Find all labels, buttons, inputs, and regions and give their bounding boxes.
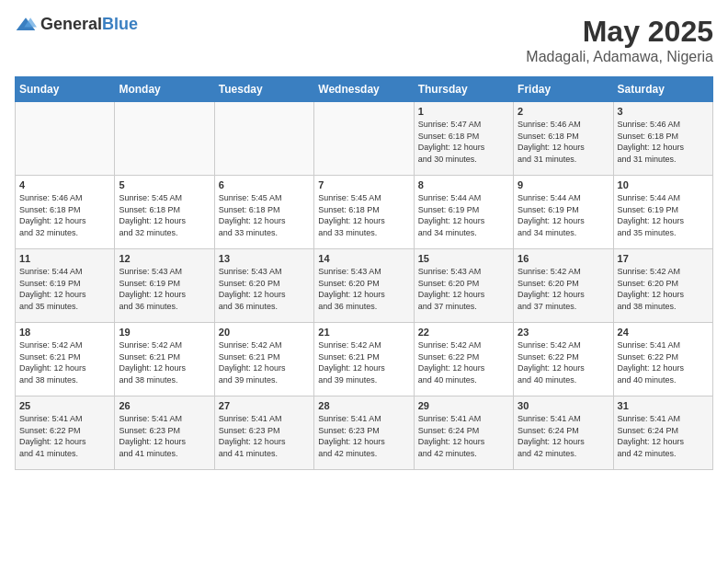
calendar-cell: 7Sunrise: 5:45 AM Sunset: 6:18 PM Daylig… bbox=[314, 176, 414, 249]
calendar-week-3: 11Sunrise: 5:44 AM Sunset: 6:19 PM Dayli… bbox=[16, 249, 713, 323]
day-number: 16 bbox=[518, 253, 609, 264]
day-number: 21 bbox=[318, 327, 409, 338]
day-number: 15 bbox=[418, 253, 509, 264]
calendar-cell: 3Sunrise: 5:46 AM Sunset: 6:18 PM Daylig… bbox=[613, 102, 712, 176]
calendar-cell bbox=[314, 102, 414, 176]
logo: GeneralBlue bbox=[15, 15, 138, 34]
header-wednesday: Wednesday bbox=[314, 77, 414, 102]
logo-blue: Blue bbox=[102, 15, 138, 33]
day-number: 19 bbox=[119, 327, 210, 338]
calendar-cell: 13Sunrise: 5:43 AM Sunset: 6:20 PM Dayli… bbox=[214, 249, 313, 323]
calendar-cell: 25Sunrise: 5:41 AM Sunset: 6:22 PM Dayli… bbox=[16, 396, 115, 470]
day-info: Sunrise: 5:41 AM Sunset: 6:23 PM Dayligh… bbox=[219, 413, 310, 459]
calendar-cell: 12Sunrise: 5:43 AM Sunset: 6:19 PM Dayli… bbox=[115, 249, 214, 323]
day-number: 11 bbox=[19, 253, 110, 264]
calendar-cell: 24Sunrise: 5:41 AM Sunset: 6:22 PM Dayli… bbox=[613, 323, 712, 396]
day-info: Sunrise: 5:46 AM Sunset: 6:18 PM Dayligh… bbox=[618, 119, 709, 165]
calendar-cell: 18Sunrise: 5:42 AM Sunset: 6:21 PM Dayli… bbox=[16, 323, 115, 396]
day-number: 23 bbox=[518, 327, 609, 338]
calendar-cell bbox=[16, 102, 115, 176]
day-info: Sunrise: 5:41 AM Sunset: 6:22 PM Dayligh… bbox=[19, 413, 110, 459]
day-info: Sunrise: 5:44 AM Sunset: 6:19 PM Dayligh… bbox=[618, 192, 709, 238]
day-info: Sunrise: 5:42 AM Sunset: 6:21 PM Dayligh… bbox=[219, 339, 310, 385]
day-number: 17 bbox=[618, 253, 709, 264]
header-sunday: Sunday bbox=[16, 77, 115, 102]
day-number: 6 bbox=[219, 179, 310, 190]
day-number: 1 bbox=[418, 106, 509, 117]
day-info: Sunrise: 5:41 AM Sunset: 6:23 PM Dayligh… bbox=[119, 413, 210, 459]
day-number: 14 bbox=[318, 253, 409, 264]
day-number: 27 bbox=[219, 400, 310, 411]
day-info: Sunrise: 5:41 AM Sunset: 6:24 PM Dayligh… bbox=[618, 413, 709, 459]
calendar-week-5: 25Sunrise: 5:41 AM Sunset: 6:22 PM Dayli… bbox=[16, 396, 713, 470]
day-info: Sunrise: 5:42 AM Sunset: 6:20 PM Dayligh… bbox=[618, 266, 709, 312]
calendar-cell: 10Sunrise: 5:44 AM Sunset: 6:19 PM Dayli… bbox=[613, 176, 712, 249]
day-number: 29 bbox=[418, 400, 509, 411]
day-info: Sunrise: 5:47 AM Sunset: 6:18 PM Dayligh… bbox=[418, 119, 509, 165]
calendar-cell: 1Sunrise: 5:47 AM Sunset: 6:18 PM Daylig… bbox=[414, 102, 513, 176]
calendar-cell: 28Sunrise: 5:41 AM Sunset: 6:23 PM Dayli… bbox=[314, 396, 414, 470]
calendar-cell: 16Sunrise: 5:42 AM Sunset: 6:20 PM Dayli… bbox=[514, 249, 613, 323]
calendar-cell: 23Sunrise: 5:42 AM Sunset: 6:22 PM Dayli… bbox=[514, 323, 613, 396]
calendar-cell: 31Sunrise: 5:41 AM Sunset: 6:24 PM Dayli… bbox=[613, 396, 712, 470]
calendar-cell: 26Sunrise: 5:41 AM Sunset: 6:23 PM Dayli… bbox=[115, 396, 214, 470]
day-number: 7 bbox=[318, 179, 409, 190]
calendar-cell: 29Sunrise: 5:41 AM Sunset: 6:24 PM Dayli… bbox=[414, 396, 513, 470]
day-info: Sunrise: 5:45 AM Sunset: 6:18 PM Dayligh… bbox=[318, 192, 409, 238]
title-area: May 2025 Madagali, Adamawa, Nigeria bbox=[526, 15, 713, 65]
day-info: Sunrise: 5:41 AM Sunset: 6:24 PM Dayligh… bbox=[518, 413, 609, 459]
calendar-cell: 22Sunrise: 5:42 AM Sunset: 6:22 PM Dayli… bbox=[414, 323, 513, 396]
day-info: Sunrise: 5:46 AM Sunset: 6:18 PM Dayligh… bbox=[518, 119, 609, 165]
day-info: Sunrise: 5:41 AM Sunset: 6:24 PM Dayligh… bbox=[418, 413, 509, 459]
calendar-header-row: SundayMondayTuesdayWednesdayThursdayFrid… bbox=[16, 77, 713, 102]
day-info: Sunrise: 5:45 AM Sunset: 6:18 PM Dayligh… bbox=[219, 192, 310, 238]
header-monday: Monday bbox=[115, 77, 214, 102]
calendar-cell bbox=[115, 102, 214, 176]
day-number: 10 bbox=[618, 179, 709, 190]
day-number: 26 bbox=[119, 400, 210, 411]
calendar-cell: 17Sunrise: 5:42 AM Sunset: 6:20 PM Dayli… bbox=[613, 249, 712, 323]
calendar-cell: 21Sunrise: 5:42 AM Sunset: 6:21 PM Dayli… bbox=[314, 323, 414, 396]
calendar-cell: 5Sunrise: 5:45 AM Sunset: 6:18 PM Daylig… bbox=[115, 176, 214, 249]
day-number: 4 bbox=[19, 179, 110, 190]
header-thursday: Thursday bbox=[414, 77, 513, 102]
day-info: Sunrise: 5:43 AM Sunset: 6:19 PM Dayligh… bbox=[119, 266, 210, 312]
day-info: Sunrise: 5:42 AM Sunset: 6:21 PM Dayligh… bbox=[119, 339, 210, 385]
day-number: 24 bbox=[618, 327, 709, 338]
day-number: 2 bbox=[518, 106, 609, 117]
day-info: Sunrise: 5:43 AM Sunset: 6:20 PM Dayligh… bbox=[219, 266, 310, 312]
day-info: Sunrise: 5:43 AM Sunset: 6:20 PM Dayligh… bbox=[318, 266, 409, 312]
calendar-cell: 2Sunrise: 5:46 AM Sunset: 6:18 PM Daylig… bbox=[514, 102, 613, 176]
day-info: Sunrise: 5:42 AM Sunset: 6:20 PM Dayligh… bbox=[518, 266, 609, 312]
logo-general: General bbox=[40, 15, 102, 33]
day-number: 13 bbox=[219, 253, 310, 264]
calendar-cell: 4Sunrise: 5:46 AM Sunset: 6:18 PM Daylig… bbox=[16, 176, 115, 249]
calendar-cell: 20Sunrise: 5:42 AM Sunset: 6:21 PM Dayli… bbox=[214, 323, 313, 396]
day-info: Sunrise: 5:41 AM Sunset: 6:22 PM Dayligh… bbox=[618, 339, 709, 385]
day-number: 9 bbox=[518, 179, 609, 190]
day-number: 28 bbox=[318, 400, 409, 411]
calendar-cell: 30Sunrise: 5:41 AM Sunset: 6:24 PM Dayli… bbox=[514, 396, 613, 470]
calendar-table: SundayMondayTuesdayWednesdayThursdayFrid… bbox=[15, 76, 713, 470]
calendar-week-2: 4Sunrise: 5:46 AM Sunset: 6:18 PM Daylig… bbox=[16, 176, 713, 249]
calendar-cell: 14Sunrise: 5:43 AM Sunset: 6:20 PM Dayli… bbox=[314, 249, 414, 323]
day-number: 22 bbox=[418, 327, 509, 338]
day-info: Sunrise: 5:46 AM Sunset: 6:18 PM Dayligh… bbox=[19, 192, 110, 238]
day-info: Sunrise: 5:44 AM Sunset: 6:19 PM Dayligh… bbox=[19, 266, 110, 312]
calendar-cell: 9Sunrise: 5:44 AM Sunset: 6:19 PM Daylig… bbox=[514, 176, 613, 249]
day-number: 18 bbox=[19, 327, 110, 338]
day-number: 5 bbox=[119, 179, 210, 190]
calendar-cell: 19Sunrise: 5:42 AM Sunset: 6:21 PM Dayli… bbox=[115, 323, 214, 396]
main-title: May 2025 bbox=[526, 15, 713, 49]
page-header: GeneralBlue May 2025 Madagali, Adamawa, … bbox=[15, 15, 713, 65]
header-saturday: Saturday bbox=[613, 77, 712, 102]
day-info: Sunrise: 5:42 AM Sunset: 6:21 PM Dayligh… bbox=[19, 339, 110, 385]
day-number: 31 bbox=[618, 400, 709, 411]
calendar-cell bbox=[214, 102, 313, 176]
day-info: Sunrise: 5:44 AM Sunset: 6:19 PM Dayligh… bbox=[418, 192, 509, 238]
day-info: Sunrise: 5:44 AM Sunset: 6:19 PM Dayligh… bbox=[518, 192, 609, 238]
calendar-cell: 15Sunrise: 5:43 AM Sunset: 6:20 PM Dayli… bbox=[414, 249, 513, 323]
day-info: Sunrise: 5:41 AM Sunset: 6:23 PM Dayligh… bbox=[318, 413, 409, 459]
day-info: Sunrise: 5:42 AM Sunset: 6:21 PM Dayligh… bbox=[318, 339, 409, 385]
day-number: 3 bbox=[618, 106, 709, 117]
